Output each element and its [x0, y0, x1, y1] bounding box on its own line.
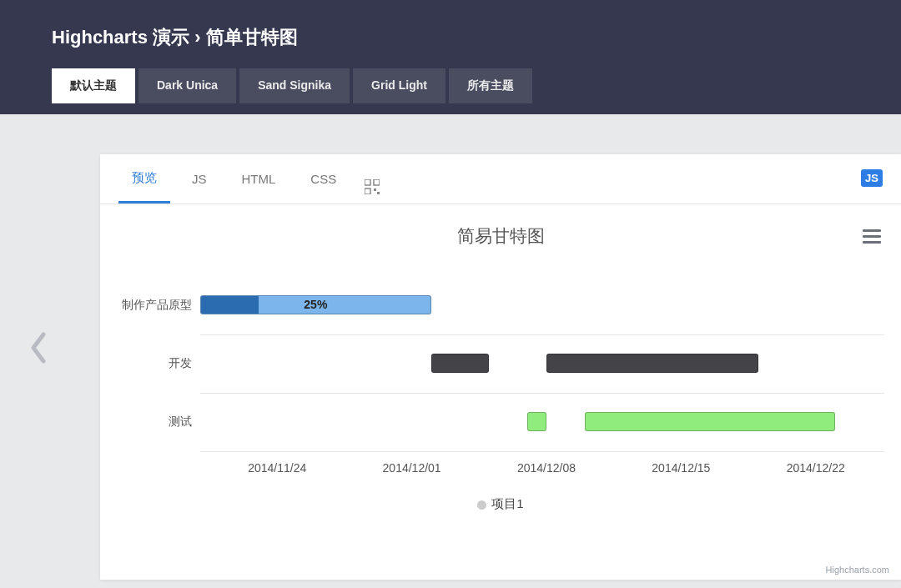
- gantt-bar-progress-label: 25%: [201, 298, 430, 311]
- x-axis-labels: 2014/11/242014/12/012014/12/082014/12/15…: [200, 461, 893, 478]
- svg-rect-1: [374, 179, 380, 185]
- grid-line: [200, 451, 884, 452]
- gantt-bar[interactable]: 25%: [200, 295, 431, 314]
- legend-item-label: 项目1: [491, 496, 523, 510]
- svg-rect-2: [365, 188, 370, 194]
- theme-tab-1[interactable]: Dark Unica: [138, 68, 236, 103]
- svg-rect-3: [374, 188, 376, 191]
- x-axis-label: 2014/12/22: [787, 461, 845, 475]
- title-name: 简单甘特图: [206, 27, 298, 48]
- y-axis-label: 测试: [100, 415, 192, 430]
- x-axis-label: 2014/11/24: [248, 461, 306, 475]
- y-axis-label: 开发: [100, 356, 192, 371]
- grid-line: [200, 334, 884, 335]
- title-prefix: Highcharts 演示: [52, 27, 189, 48]
- y-axis-label: 制作产品原型: [100, 298, 192, 313]
- theme-tabs: 默认主题Dark UnicaSand SignikaGrid Light所有主题: [52, 68, 901, 103]
- page-title: Highcharts 演示 › 简单甘特图: [52, 25, 901, 50]
- theme-tab-2[interactable]: Sand Signika: [239, 68, 350, 103]
- gantt-area: 25% 2014/11/242014/12/012014/12/082014/1…: [100, 276, 901, 510]
- gantt-bar[interactable]: [431, 354, 489, 373]
- chart-title: 简易甘特图: [100, 224, 901, 248]
- code-tabs: 预览JSHTMLCSS JS: [100, 154, 901, 204]
- body-area: 预览JSHTMLCSS JS 简易甘特图 25% 2014/11/242014/…: [0, 114, 901, 580]
- svg-rect-4: [377, 192, 380, 194]
- page-header: Highcharts 演示 › 简单甘特图 默认主题Dark UnicaSand…: [0, 0, 901, 114]
- gantt-bar[interactable]: [527, 412, 546, 431]
- title-separator: ›: [194, 27, 200, 48]
- qr-icon[interactable]: [365, 178, 381, 195]
- previous-demo-arrow[interactable]: [22, 323, 55, 373]
- chevron-left-icon: [28, 331, 48, 364]
- theme-tab-0[interactable]: 默认主题: [52, 68, 135, 103]
- code-tab-js[interactable]: JS: [179, 172, 220, 201]
- gantt-bar[interactable]: [585, 412, 835, 431]
- legend-marker-icon: [477, 500, 486, 510]
- theme-tab-3[interactable]: Grid Light: [353, 68, 445, 103]
- gantt-plot: 25%: [200, 276, 893, 451]
- grid-line: [200, 393, 884, 394]
- js-badge[interactable]: JS: [861, 169, 883, 187]
- x-axis-label: 2014/12/01: [383, 461, 441, 475]
- chart-menu-button[interactable]: [863, 226, 881, 247]
- chart-panel: 预览JSHTMLCSS JS 简易甘特图 25% 2014/11/242014/…: [100, 154, 901, 580]
- chart-legend[interactable]: 项目1: [100, 496, 901, 512]
- code-tab-html[interactable]: HTML: [229, 172, 289, 201]
- theme-tab-4[interactable]: 所有主题: [449, 68, 532, 103]
- code-tab-预览[interactable]: 预览: [118, 170, 170, 204]
- svg-rect-0: [365, 179, 370, 185]
- x-axis-label: 2014/12/15: [652, 461, 710, 475]
- code-tab-css[interactable]: CSS: [297, 172, 350, 201]
- chart-body: 简易甘特图 25% 2014/11/242014/12/012014/12/08…: [100, 204, 901, 580]
- gantt-bar[interactable]: [546, 354, 758, 373]
- chart-credit[interactable]: Highcharts.com: [826, 565, 889, 575]
- x-axis-label: 2014/12/08: [517, 461, 576, 475]
